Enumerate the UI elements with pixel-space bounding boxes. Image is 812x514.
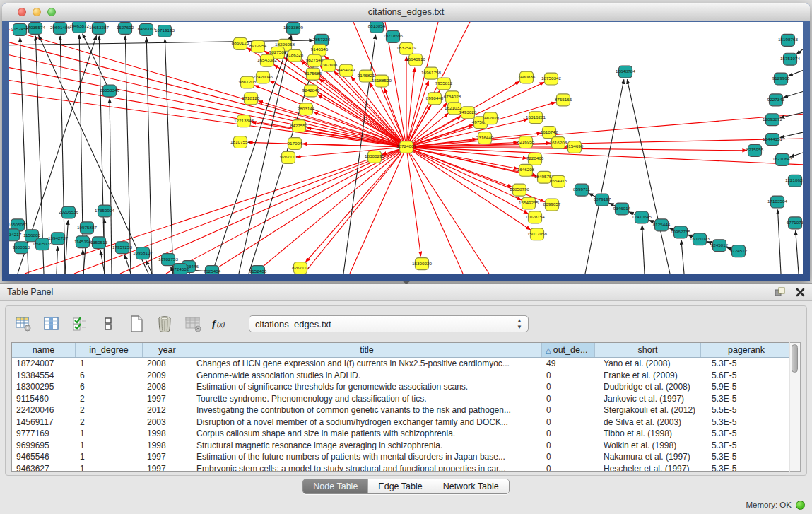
graph-node[interactable]: 20206536 bbox=[59, 206, 78, 218]
close-panel-icon[interactable] bbox=[796, 288, 805, 297]
graph-node[interactable]: 18107554 bbox=[230, 136, 250, 148]
graph-node[interactable]: 6466160 bbox=[138, 23, 155, 35]
graph-edge[interactable] bbox=[110, 98, 112, 274]
graph-node[interactable]: 9242848 bbox=[302, 85, 320, 97]
graph-node[interactable]: 8599711 bbox=[573, 184, 591, 196]
tab-node-table[interactable]: Node Table bbox=[303, 479, 368, 493]
graph-node[interactable]: 12410645 bbox=[632, 211, 652, 223]
graph-node[interactable]: 8860123 bbox=[232, 37, 249, 49]
window-titlebar[interactable]: citations_edges.txt bbox=[2, 3, 810, 21]
table-scrollbar[interactable] bbox=[790, 342, 801, 472]
graph-node[interactable]: 7625404 bbox=[204, 266, 221, 274]
table-scrollbar-thumb[interactable] bbox=[792, 344, 798, 373]
graph-edge[interactable] bbox=[627, 79, 670, 274]
table-row[interactable]: 977716911998Corpus callosum shape and si… bbox=[12, 428, 789, 440]
graph-node[interactable]: 14035574 bbox=[25, 22, 45, 34]
table-row[interactable]: 1872400712008Changes of HCN gene express… bbox=[12, 358, 789, 370]
delete-table-button[interactable] bbox=[182, 313, 204, 334]
graph-node[interactable]: 26053346 bbox=[100, 85, 119, 97]
table-row[interactable]: 1830029562008Estimation of significance … bbox=[12, 381, 789, 393]
graph-edge[interactable] bbox=[9, 30, 400, 146]
graph-edge[interactable] bbox=[146, 37, 152, 274]
table-row[interactable]: 969969511998Structural magnetic resonanc… bbox=[12, 440, 789, 452]
graph-node[interactable]: 8755165 bbox=[555, 94, 572, 106]
column-header-title[interactable]: title bbox=[192, 343, 542, 357]
graph-node[interactable]: 15300220 bbox=[412, 258, 432, 270]
column-header-in_degree[interactable]: in_degree bbox=[76, 343, 143, 357]
graph-node[interactable]: 19218596 bbox=[383, 30, 403, 42]
table-row[interactable]: 946554611997Estimation of the future num… bbox=[12, 451, 789, 463]
graph-node[interactable]: 12213343 bbox=[234, 115, 254, 127]
graph-node[interactable]: 15549235 bbox=[519, 197, 539, 209]
table-row[interactable]: 911546021997Tourette syndrome. Phenomeno… bbox=[12, 393, 789, 405]
graph-edge[interactable] bbox=[788, 71, 803, 76]
column-header-short[interactable]: short bbox=[595, 343, 701, 357]
graph-node[interactable]: 8267110 bbox=[292, 262, 310, 274]
graph-node[interactable]: 17103504 bbox=[767, 196, 787, 208]
split-pane-handle[interactable] bbox=[402, 281, 411, 284]
table-row[interactable]: 1938455462009Genome-wide association stu… bbox=[12, 370, 789, 382]
graph-node[interactable]: 917004 bbox=[288, 138, 302, 150]
graph-node[interactable]: 10975887 bbox=[77, 222, 97, 234]
graph-node[interactable]: 16858790 bbox=[510, 184, 529, 196]
graph-edge[interactable] bbox=[208, 151, 401, 274]
graph-edge[interactable] bbox=[65, 220, 68, 274]
graph-node[interactable]: 10719193 bbox=[155, 25, 175, 37]
graph-node[interactable]: 10653287 bbox=[89, 22, 109, 34]
table-row[interactable]: 1456911722003Disruption of a novel membe… bbox=[12, 416, 789, 428]
graph-node[interactable]: 7220466 bbox=[526, 153, 544, 165]
graph-node[interactable]: 9154690 bbox=[566, 141, 584, 153]
graph-node[interactable]: 18750342 bbox=[541, 73, 561, 85]
graph-node[interactable]: 16961758 bbox=[421, 67, 441, 79]
table-row[interactable]: 2242004622012Investigating the contribut… bbox=[12, 404, 789, 416]
graph-node[interactable]: 16648784 bbox=[616, 66, 635, 78]
column-header-out_de[interactable]: △out_de... bbox=[542, 343, 595, 357]
graph-node[interactable]: 9861203 bbox=[239, 76, 257, 88]
graph-edge[interactable] bbox=[254, 151, 401, 274]
graph-node[interactable]: 12093872 bbox=[763, 114, 782, 126]
function-builder-button[interactable]: f (x) bbox=[211, 313, 232, 334]
graph-node[interactable]: 18300295 bbox=[365, 151, 384, 163]
graph-edge[interactable] bbox=[125, 36, 131, 274]
create-column-button[interactable] bbox=[126, 313, 147, 334]
graph-node[interactable]: 15751074 bbox=[780, 53, 800, 65]
graph-node[interactable]: 2367608 bbox=[320, 59, 338, 71]
graph-node[interactable]: 7462028 bbox=[482, 112, 500, 124]
column-header-name[interactable]: name bbox=[12, 343, 76, 357]
graph-edge[interactable] bbox=[796, 230, 799, 274]
graph-node[interactable]: 2316440 bbox=[476, 132, 494, 144]
tab-edge-table[interactable]: Edge Table bbox=[368, 479, 433, 493]
column-header-pagerank[interactable]: pagerank bbox=[701, 343, 789, 357]
graph-node[interactable]: 1350513 bbox=[90, 237, 108, 249]
graph-node[interactable]: 1646208 bbox=[517, 164, 535, 176]
graph-edge[interactable] bbox=[780, 132, 803, 137]
graph-node[interactable]: 9245012 bbox=[711, 240, 729, 252]
close-window-button[interactable] bbox=[18, 8, 26, 16]
graph-node[interactable]: 18325419 bbox=[396, 42, 416, 54]
graph-edge[interactable] bbox=[258, 101, 400, 146]
graph-node[interactable]: 9300513 bbox=[13, 242, 30, 254]
graph-node[interactable]: 1527602 bbox=[117, 22, 134, 34]
graph-node[interactable]: 9227343 bbox=[767, 94, 785, 106]
graph-node[interactable]: 15017058 bbox=[527, 228, 547, 240]
graph-node[interactable]: 10958107 bbox=[133, 247, 153, 259]
row-height-button[interactable] bbox=[98, 313, 119, 334]
graph-node[interactable]: 12444151 bbox=[763, 134, 782, 146]
graph-edge[interactable] bbox=[778, 209, 781, 274]
network-canvas[interactable]: 9152456140355742069140619463872106532871… bbox=[9, 22, 803, 274]
graph-node[interactable]: 16316281 bbox=[526, 112, 546, 124]
graph-node[interactable]: 10962735 bbox=[671, 226, 690, 238]
graph-node[interactable]: 15198763 bbox=[778, 34, 798, 46]
graph-edge[interactable] bbox=[408, 22, 438, 141]
graph-edge[interactable] bbox=[350, 153, 404, 274]
graph-node[interactable]: 8454749 bbox=[338, 64, 355, 76]
column-header-year[interactable]: year bbox=[143, 343, 192, 357]
delete-columns-button[interactable] bbox=[154, 313, 175, 334]
graph-edge[interactable] bbox=[9, 40, 314, 45]
tab-network-table[interactable]: Network Table bbox=[433, 479, 509, 493]
graph-edge[interactable] bbox=[642, 225, 645, 274]
graph-node[interactable]: 8215955 bbox=[746, 145, 764, 157]
graph-node[interactable]: 16033809 bbox=[283, 22, 303, 34]
graph-edge[interactable] bbox=[25, 149, 400, 274]
graph-node[interactable]: 9152406 bbox=[249, 266, 267, 274]
